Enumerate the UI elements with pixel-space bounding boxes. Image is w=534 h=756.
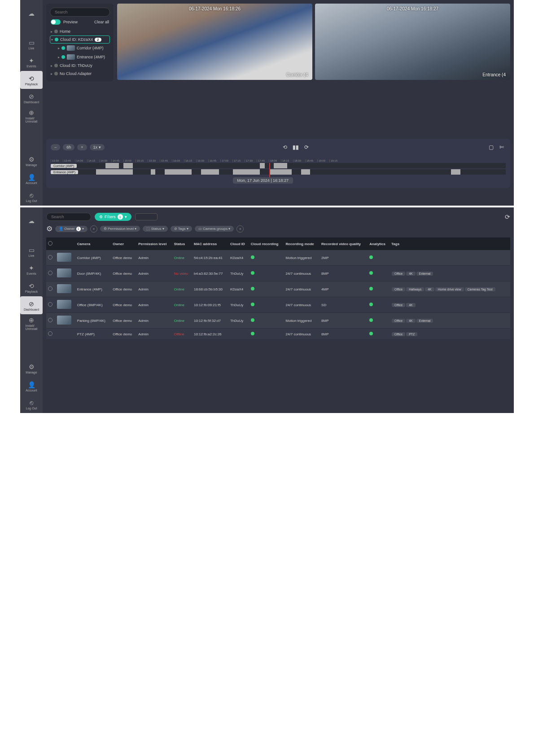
cell-status: Online [172,250,192,266]
filter-chip-owner[interactable]: 👤 Owner 1 ▾ [55,226,88,232]
cell-owner: Office demo [111,250,136,266]
tree-node[interactable]: ▸Cloud ID: ThDuUy [50,62,110,70]
timeline-track-1[interactable]: Corridor (4MP) [51,163,506,168]
cell-quality: 2MP [320,250,368,266]
unknown-button[interactable] [135,213,158,220]
timeline-tick: 14:15 [87,159,99,162]
tree-search-input[interactable] [50,8,110,17]
cell-mac: 10:12:fb:09:21:f5 [192,297,228,313]
column-header: Recording mode [284,237,320,250]
cell-cloudrec [249,329,284,340]
tree-node[interactable]: ▸Corridor (4MP) [50,44,110,53]
row-select[interactable] [48,255,53,259]
cell-owner: Office demo [111,281,136,297]
table-row[interactable]: Entrance (4MP)Office demoAdminOnline18:6… [46,281,510,297]
table-row[interactable]: Door (8MP/4K)Office demoAdminNo videob4:… [46,266,510,281]
timeline-tick: 18:15 [281,159,293,162]
cell-mac: b4:a3:82:30:5e:77 [192,266,228,281]
nav-manage[interactable]: ⚙Manage [20,359,43,377]
column-header: Status [172,237,192,250]
filter-chip-status[interactable]: ⬚ Status ▾ [143,226,167,232]
speed-select[interactable]: 1x ▾ [90,144,105,150]
cell-owner: Office demo [111,329,136,340]
column-header [46,237,55,250]
table-row[interactable]: PTZ (4MP)Office demoAdminOffline10:12:fb… [46,329,510,340]
filter-chip-permissionlevel[interactable]: ⚙ Permission level ▾ [100,226,140,232]
timeline-tick: 16:15 [184,159,196,162]
cell-owner: Office demo [111,297,136,313]
timeline-tick: 19:00 [317,159,329,162]
nav-account[interactable]: 👤Account [20,170,43,188]
tree-node[interactable]: ▸No Cloud Adapter [50,70,110,78]
cell-cloudid [228,329,249,340]
skip-back-icon[interactable]: ⟲ [281,143,289,151]
timeline-track-2[interactable]: Entrance (4MP) [51,169,506,175]
timeline-tick: 17:00 [220,159,232,162]
video-frame-2[interactable]: 06-17-2024 Mon 16:18:27 Entrance (4 [315,4,510,80]
timeline-datetime: Mon, 17 Jun 2024 | 16:18:27 [233,177,293,184]
nav-playback[interactable]: ⟲Playback [20,71,43,89]
logo-icon: ☁ [20,4,43,22]
cell-status: Online [172,297,192,313]
dashboard-search-input[interactable] [46,213,91,221]
column-header: MAC address [192,237,228,250]
table-row[interactable]: Parking (8MP/4K)Office demoAdminOnline10… [46,313,510,329]
pause-icon[interactable]: ▮▮ [292,143,300,151]
clip-icon[interactable]: ✄ [498,143,506,151]
camera-thumb [57,300,71,309]
clear-all-link[interactable]: Clear all [94,20,109,24]
nav-playback[interactable]: ⟲Playback [20,278,43,296]
nav-installuninstall[interactable]: ⊕Install/Uninstall [20,107,43,125]
cell-mode: 24/7 continuous [284,266,320,281]
settings-icon[interactable]: ⚙ [46,224,53,233]
zoom-in-button[interactable]: + [77,144,87,150]
camera-tree: Preview Clear all ▸Home▾Cloud ID: KDzaX4… [46,4,114,81]
tree-node[interactable]: ▸Home [50,27,110,35]
clear-filters[interactable]: × [236,225,244,233]
video-label: Entrance (4 [482,72,506,77]
cell-mode: 24/7 continuous [284,281,320,297]
refresh-icon[interactable]: ⟳ [505,213,510,220]
table-row[interactable]: Corridor (4MP)Office demoAdminOnline54:c… [46,250,510,266]
snapshot-icon[interactable]: ▢ [487,143,495,151]
nav-live[interactable]: ▭Live [20,35,43,53]
preview-toggle[interactable] [51,19,61,25]
row-select[interactable] [48,302,53,307]
cell-mode: Motion triggered [284,313,320,329]
nav-dashboard[interactable]: ⊘Dashboard [20,296,43,314]
column-header: Analytics [368,237,390,250]
table-row[interactable]: Office (8MP/4K)Office demoAdminOnline10:… [46,297,510,313]
timeline-tick: 13:45 [63,159,75,162]
column-header [55,237,75,250]
nav-logout[interactable]: ⎋Log Out [20,395,43,413]
nav-installuninstall[interactable]: ⊕Install/Uninstall [20,314,43,332]
row-select[interactable] [48,286,53,291]
tree-node[interactable]: ▸Entrance (4MP) [50,53,110,62]
skip-forward-icon[interactable]: ⟳ [302,143,311,151]
nav-events[interactable]: ✦Events [20,260,43,278]
filters-button[interactable]: ⚙ Filters 1 ▾ [95,213,131,221]
nav-account[interactable]: 👤Account [20,377,43,395]
nav-events[interactable]: ✦Events [20,53,43,71]
column-header: Cloud ID [228,237,249,250]
nav-logout[interactable]: ⎋Log Out [20,188,43,206]
nav-manage[interactable]: ⚙Manage [20,152,43,170]
video-frame-1[interactable]: 06-17-2024 Mon 16:18:26 Corridor (4 [117,4,312,80]
column-header: Recorded video quality [320,237,368,250]
cell-analytics [368,313,390,329]
cell-mode: 24/7 continuous [284,297,320,313]
cell-analytics [368,250,390,266]
row-select[interactable] [48,271,53,275]
camera-thumb [57,253,71,262]
nav-live[interactable]: ▭Live [20,242,43,260]
zoom-out-button[interactable]: − [51,144,60,150]
tree-node[interactable]: ▾Cloud ID: KDzaX42 [50,35,110,44]
filter-chip-cameragroups[interactable]: ▭ Camera groups ▾ [195,226,234,232]
row-select[interactable] [48,318,53,322]
filter-chip-tags[interactable]: ⊘ Tags ▾ [171,226,192,232]
row-select[interactable] [48,331,53,336]
timeline-tick: 15:00 [123,159,136,162]
nav-dashboard[interactable]: ⊘Dashboard [20,89,43,107]
cell-mac: 54:c4:15:2b:ea:41 [192,250,228,266]
chip-clear[interactable]: × [90,225,97,233]
